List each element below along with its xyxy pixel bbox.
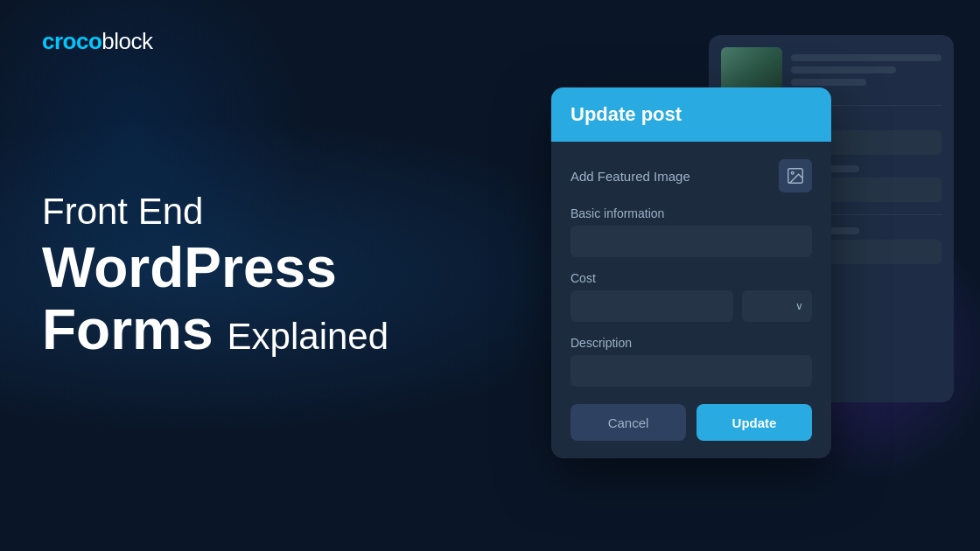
hero-content: Front End WordPress Forms Explained [42,190,388,360]
cost-input[interactable] [570,290,733,322]
logo-block: block [102,28,152,55]
logo-croco: croco [42,28,102,55]
basic-info-field: Basic information [570,206,812,257]
hero-line3: Forms Explained [42,299,388,360]
hero-line1: Front End [42,190,388,234]
cost-field: Cost ∨ [570,271,812,322]
basic-info-input[interactable] [570,226,812,257]
cancel-button[interactable]: Cancel [570,404,686,441]
description-label: Description [570,336,812,350]
hero-line2: WordPress [42,238,388,299]
cost-row: ∨ [570,290,812,322]
hero-forms: Forms [42,299,214,360]
bg-card-thumbnail [721,47,782,93]
update-button[interactable]: Update [696,404,812,441]
basic-info-label: Basic information [570,206,812,220]
featured-image-row: Add Featured Image [570,159,812,192]
bg-card-lines [791,54,942,86]
bg-card-line-3 [791,79,866,86]
svg-point-1 [791,171,794,174]
cost-select[interactable]: ∨ [742,290,812,322]
bg-card-line-1 [791,54,942,61]
bg-card-line-2 [791,66,896,73]
chevron-down-icon: ∨ [795,300,803,312]
featured-image-label: Add Featured Image [570,169,690,184]
description-field: Description [570,336,812,387]
logo: crocoblock [42,28,153,55]
modal-header: Update post [551,87,831,142]
update-post-modal: Update post Add Featured Image Basic inf… [551,87,831,458]
image-icon [786,166,805,185]
description-input[interactable] [570,355,812,387]
hero-explained: Explained [228,315,388,359]
modal-footer: Cancel Update [551,404,831,458]
cost-label: Cost [570,271,812,285]
modal-body: Add Featured Image Basic information Cos… [551,142,831,404]
bg-card-image-row [721,47,942,93]
modal-title: Update post [570,103,682,125]
right-area: Update post Add Featured Image Basic inf… [551,26,954,525]
featured-image-button[interactable] [779,159,812,192]
